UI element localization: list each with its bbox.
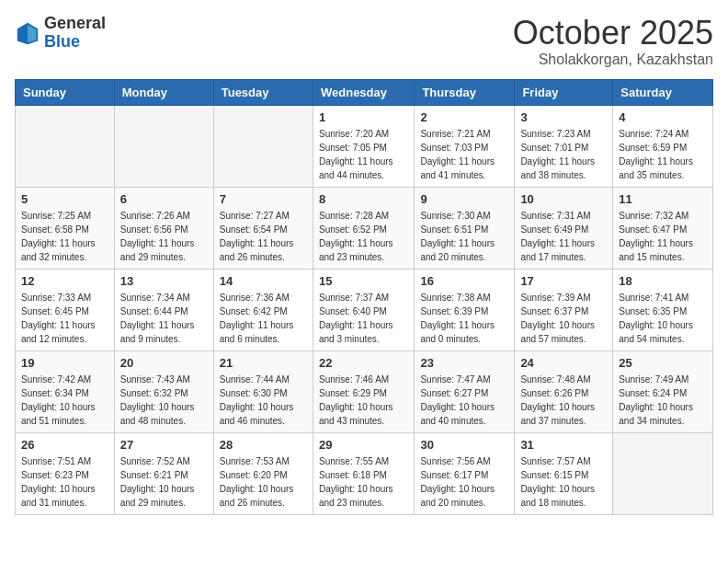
calendar-cell: 22Sunrise: 7:46 AMSunset: 6:29 PMDayligh… — [313, 350, 414, 432]
calendar-cell: 1Sunrise: 7:20 AMSunset: 7:05 PMDaylight… — [313, 105, 414, 187]
day-number: 30 — [420, 438, 508, 452]
calendar-week-row: 5Sunrise: 7:25 AMSunset: 6:58 PMDaylight… — [16, 187, 713, 269]
day-info: Sunrise: 7:51 AMSunset: 6:23 PMDaylight:… — [21, 454, 108, 510]
calendar-cell: 30Sunrise: 7:56 AMSunset: 6:17 PMDayligh… — [415, 432, 515, 514]
calendar-week-row: 19Sunrise: 7:42 AMSunset: 6:34 PMDayligh… — [16, 350, 713, 432]
calendar-cell: 12Sunrise: 7:33 AMSunset: 6:45 PMDayligh… — [16, 269, 115, 350]
day-info: Sunrise: 7:52 AMSunset: 6:21 PMDaylight:… — [120, 454, 208, 510]
day-info: Sunrise: 7:44 AMSunset: 6:30 PMDaylight:… — [220, 373, 307, 428]
day-number: 16 — [420, 274, 508, 288]
day-number: 29 — [319, 438, 408, 452]
calendar-cell: 8Sunrise: 7:28 AMSunset: 6:52 PMDaylight… — [313, 187, 414, 269]
day-info: Sunrise: 7:30 AMSunset: 6:51 PMDaylight:… — [420, 209, 508, 264]
day-number: 18 — [619, 274, 707, 288]
calendar-week-row: 1Sunrise: 7:20 AMSunset: 7:05 PMDaylight… — [16, 105, 713, 187]
title-area: October 2025 Sholakkorgan, Kazakhstan — [513, 15, 713, 68]
day-info: Sunrise: 7:37 AMSunset: 6:40 PMDaylight:… — [319, 291, 408, 346]
weekday-header-row: SundayMondayTuesdayWednesdayThursdayFrid… — [16, 79, 713, 105]
calendar-cell: 13Sunrise: 7:34 AMSunset: 6:44 PMDayligh… — [114, 269, 213, 350]
logo-text: General Blue — [44, 15, 106, 52]
day-number: 20 — [120, 356, 208, 370]
day-number: 28 — [220, 438, 307, 452]
calendar-cell: 17Sunrise: 7:39 AMSunset: 6:37 PMDayligh… — [515, 269, 613, 350]
calendar-table: SundayMondayTuesdayWednesdayThursdayFrid… — [15, 79, 713, 515]
weekday-header: Monday — [114, 79, 213, 105]
logo: General Blue — [15, 15, 106, 52]
day-info: Sunrise: 7:47 AMSunset: 6:27 PMDaylight:… — [420, 373, 508, 428]
day-info: Sunrise: 7:32 AMSunset: 6:47 PMDaylight:… — [619, 209, 707, 264]
day-number: 22 — [319, 356, 408, 370]
calendar-cell: 3Sunrise: 7:23 AMSunset: 7:01 PMDaylight… — [515, 105, 613, 187]
day-number: 10 — [520, 192, 607, 206]
calendar-cell: 7Sunrise: 7:27 AMSunset: 6:54 PMDaylight… — [213, 187, 313, 269]
day-number: 17 — [520, 274, 607, 288]
calendar-cell: 6Sunrise: 7:26 AMSunset: 6:56 PMDaylight… — [114, 187, 213, 269]
day-info: Sunrise: 7:27 AMSunset: 6:54 PMDaylight:… — [220, 209, 307, 264]
day-number: 6 — [120, 192, 208, 206]
calendar-cell: 2Sunrise: 7:21 AMSunset: 7:03 PMDaylight… — [415, 105, 515, 187]
day-info: Sunrise: 7:55 AMSunset: 6:18 PMDaylight:… — [319, 454, 408, 510]
weekday-header: Wednesday — [313, 79, 414, 105]
day-info: Sunrise: 7:48 AMSunset: 6:26 PMDaylight:… — [520, 373, 607, 428]
day-info: Sunrise: 7:42 AMSunset: 6:34 PMDaylight:… — [21, 373, 108, 428]
weekday-header: Tuesday — [213, 79, 313, 105]
calendar-cell: 11Sunrise: 7:32 AMSunset: 6:47 PMDayligh… — [613, 187, 713, 269]
day-number: 4 — [619, 110, 707, 124]
day-info: Sunrise: 7:25 AMSunset: 6:58 PMDaylight:… — [21, 209, 108, 264]
day-info: Sunrise: 7:49 AMSunset: 6:24 PMDaylight:… — [619, 373, 707, 428]
day-info: Sunrise: 7:53 AMSunset: 6:20 PMDaylight:… — [220, 454, 307, 510]
calendar-cell — [613, 432, 713, 514]
day-info: Sunrise: 7:20 AMSunset: 7:05 PMDaylight:… — [319, 127, 408, 182]
calendar-cell: 21Sunrise: 7:44 AMSunset: 6:30 PMDayligh… — [213, 350, 313, 432]
weekday-header: Saturday — [613, 79, 713, 105]
calendar-cell: 26Sunrise: 7:51 AMSunset: 6:23 PMDayligh… — [16, 432, 115, 514]
day-number: 3 — [520, 110, 607, 124]
location: Sholakkorgan, Kazakhstan — [513, 52, 713, 68]
day-number: 12 — [21, 274, 108, 288]
day-info: Sunrise: 7:57 AMSunset: 6:15 PMDaylight:… — [520, 454, 607, 510]
calendar-cell: 9Sunrise: 7:30 AMSunset: 6:51 PMDaylight… — [415, 187, 515, 269]
calendar-cell: 19Sunrise: 7:42 AMSunset: 6:34 PMDayligh… — [16, 350, 115, 432]
calendar-cell — [16, 105, 115, 187]
day-number: 2 — [420, 110, 508, 124]
day-info: Sunrise: 7:38 AMSunset: 6:39 PMDaylight:… — [420, 291, 508, 346]
day-info: Sunrise: 7:34 AMSunset: 6:44 PMDaylight:… — [120, 291, 208, 346]
day-number: 25 — [619, 356, 707, 370]
day-number: 15 — [319, 274, 408, 288]
calendar-week-row: 12Sunrise: 7:33 AMSunset: 6:45 PMDayligh… — [16, 269, 713, 350]
day-number: 1 — [319, 110, 408, 124]
calendar-cell: 27Sunrise: 7:52 AMSunset: 6:21 PMDayligh… — [114, 432, 213, 514]
calendar-cell: 16Sunrise: 7:38 AMSunset: 6:39 PMDayligh… — [415, 269, 515, 350]
calendar-cell: 14Sunrise: 7:36 AMSunset: 6:42 PMDayligh… — [213, 269, 313, 350]
calendar-cell: 18Sunrise: 7:41 AMSunset: 6:35 PMDayligh… — [613, 269, 713, 350]
day-number: 14 — [220, 274, 307, 288]
calendar-cell: 24Sunrise: 7:48 AMSunset: 6:26 PMDayligh… — [515, 350, 613, 432]
day-info: Sunrise: 7:46 AMSunset: 6:29 PMDaylight:… — [319, 373, 408, 428]
logo-icon — [15, 20, 40, 46]
day-number: 23 — [420, 356, 508, 370]
calendar-cell: 10Sunrise: 7:31 AMSunset: 6:49 PMDayligh… — [515, 187, 613, 269]
calendar-cell: 4Sunrise: 7:24 AMSunset: 6:59 PMDaylight… — [613, 105, 713, 187]
day-info: Sunrise: 7:23 AMSunset: 7:01 PMDaylight:… — [520, 127, 607, 182]
day-info: Sunrise: 7:31 AMSunset: 6:49 PMDaylight:… — [520, 209, 607, 264]
calendar-week-row: 26Sunrise: 7:51 AMSunset: 6:23 PMDayligh… — [16, 432, 713, 514]
calendar-cell: 29Sunrise: 7:55 AMSunset: 6:18 PMDayligh… — [313, 432, 414, 514]
day-info: Sunrise: 7:43 AMSunset: 6:32 PMDaylight:… — [120, 373, 208, 428]
weekday-header: Thursday — [415, 79, 515, 105]
day-number: 19 — [21, 356, 108, 370]
day-number: 31 — [520, 438, 607, 452]
logo-general-text: General — [44, 15, 106, 33]
calendar-cell — [213, 105, 313, 187]
day-number: 13 — [120, 274, 208, 288]
day-number: 26 — [21, 438, 108, 452]
calendar-cell: 15Sunrise: 7:37 AMSunset: 6:40 PMDayligh… — [313, 269, 414, 350]
day-info: Sunrise: 7:39 AMSunset: 6:37 PMDaylight:… — [520, 291, 607, 346]
day-info: Sunrise: 7:26 AMSunset: 6:56 PMDaylight:… — [120, 209, 208, 264]
day-info: Sunrise: 7:41 AMSunset: 6:35 PMDaylight:… — [619, 291, 707, 346]
day-info: Sunrise: 7:24 AMSunset: 6:59 PMDaylight:… — [619, 127, 707, 182]
calendar-cell: 28Sunrise: 7:53 AMSunset: 6:20 PMDayligh… — [213, 432, 313, 514]
month-title: October 2025 — [513, 15, 713, 52]
day-number: 5 — [21, 192, 108, 206]
day-info: Sunrise: 7:21 AMSunset: 7:03 PMDaylight:… — [420, 127, 508, 182]
calendar-cell: 25Sunrise: 7:49 AMSunset: 6:24 PMDayligh… — [613, 350, 713, 432]
